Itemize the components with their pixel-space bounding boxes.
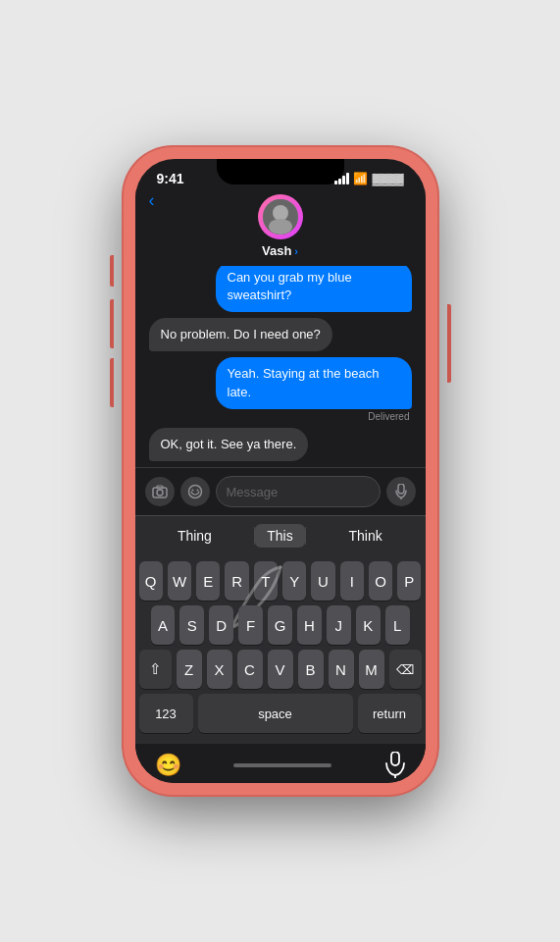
home-indicator — [233, 763, 331, 767]
svg-point-1 — [273, 205, 288, 221]
keyboard-row-3: ⇧ Z X C V B N M ⌫ — [139, 650, 422, 689]
bubble-sent-2[interactable]: Yeah. Staying at the beach late. — [216, 357, 412, 408]
pred-word-3[interactable]: Think — [306, 528, 426, 544]
avatar-svg — [263, 199, 298, 235]
svg-point-2 — [269, 219, 292, 235]
back-button[interactable]: ‹ — [149, 190, 155, 211]
bubble-sent[interactable]: Can you grab my blue sweatshirt? — [216, 266, 412, 312]
key-d[interactable]: D — [209, 605, 233, 645]
battery-icon: ▓▓▓▓ — [372, 173, 403, 184]
volume-down-button — [110, 358, 114, 407]
message-placeholder: Message — [227, 485, 279, 499]
bubble-received[interactable]: No problem. Do I need one? — [149, 318, 332, 351]
pred-word-2[interactable]: This — [255, 524, 304, 548]
avatar — [258, 194, 303, 239]
svg-rect-9 — [398, 484, 404, 494]
key-e[interactable]: E — [196, 561, 220, 601]
phone-frame: 9:41 📶 ▓▓▓▓ ‹ — [124, 147, 437, 795]
key-g[interactable]: G — [268, 605, 292, 645]
camera-button[interactable] — [145, 477, 175, 506]
key-a[interactable]: A — [151, 605, 176, 645]
input-bar: Message — [135, 467, 426, 515]
key-o[interactable]: O — [369, 561, 392, 601]
mic-button[interactable] — [386, 477, 416, 506]
key-q[interactable]: Q — [139, 561, 163, 601]
power-button — [447, 304, 451, 383]
key-b[interactable]: B — [298, 650, 324, 689]
svg-point-4 — [157, 490, 163, 496]
sticker-button[interactable] — [180, 477, 210, 506]
delivered-label: Delivered — [368, 411, 409, 422]
key-j[interactable]: J — [327, 605, 351, 645]
mic-icon — [395, 484, 407, 499]
key-i[interactable]: I — [340, 561, 364, 601]
key-t[interactable]: T — [254, 561, 278, 601]
bottom-bar: 😊 — [135, 744, 426, 783]
messages-header: ‹ Vash › — [135, 190, 426, 266]
key-y[interactable]: Y — [282, 561, 306, 601]
key-k[interactable]: K — [356, 605, 381, 645]
svg-point-8 — [196, 490, 198, 492]
status-time: 9:41 — [157, 171, 184, 186]
status-icons: 📶 ▓▓▓▓ — [334, 172, 403, 185]
received-message-2: OK, got it. See ya there. — [145, 428, 416, 461]
keyboard-row-2: A S D F G H J K L — [139, 605, 422, 645]
key-v[interactable]: V — [268, 650, 293, 689]
shift-key[interactable]: ⇧ — [139, 650, 172, 689]
message-input[interactable]: Message — [216, 476, 381, 507]
space-key[interactable]: space — [198, 694, 353, 733]
wifi-icon: 📶 — [353, 172, 368, 185]
avatar-image — [263, 199, 298, 235]
received-message-1: No problem. Do I need one? — [145, 318, 416, 351]
svg-point-7 — [191, 490, 193, 492]
keyboard: Q W E R T Y U I O P — [135, 555, 426, 744]
chevron-right-icon: › — [294, 245, 298, 257]
key-l[interactable]: L — [385, 605, 410, 645]
delete-key[interactable]: ⌫ — [389, 650, 422, 689]
predictive-bar: Thing This Think — [135, 515, 426, 555]
pred-word-1[interactable]: Thing — [135, 528, 255, 544]
contact-name[interactable]: Vash › — [262, 243, 298, 258]
volume-up-button — [110, 299, 114, 348]
sent-message-1: Can you grab my blue sweatshirt? — [145, 266, 416, 312]
camera-icon — [152, 485, 168, 498]
mute-button — [110, 255, 114, 287]
key-w[interactable]: W — [168, 561, 191, 601]
signal-icon — [334, 173, 349, 184]
keyboard-row-1: Q W E R T Y U I O P — [139, 561, 422, 601]
svg-rect-11 — [391, 752, 399, 765]
key-f[interactable]: F — [238, 605, 263, 645]
key-u[interactable]: U — [311, 561, 334, 601]
notch — [217, 159, 344, 184]
key-z[interactable]: Z — [177, 650, 202, 689]
messages-area: Can you grab my blue sweatshirt? No prob… — [135, 266, 426, 467]
key-s[interactable]: S — [179, 605, 204, 645]
sticker-icon — [187, 484, 203, 499]
keyboard-mic-icon[interactable] — [384, 752, 406, 779]
keyboard-row-4: 123 space return — [139, 694, 422, 733]
numbers-key[interactable]: 123 — [139, 694, 193, 733]
key-x[interactable]: X — [207, 650, 232, 689]
status-bar: 9:41 📶 ▓▓▓▓ — [135, 159, 426, 190]
phone-screen: 9:41 📶 ▓▓▓▓ ‹ — [135, 159, 426, 783]
key-c[interactable]: C — [237, 650, 263, 689]
key-m[interactable]: M — [359, 650, 384, 689]
key-p[interactable]: P — [397, 561, 421, 601]
bubble-received-2[interactable]: OK, got it. See ya there. — [149, 428, 309, 461]
return-key[interactable]: return — [358, 694, 422, 733]
emoji-button[interactable]: 😊 — [155, 753, 181, 778]
key-h[interactable]: H — [297, 605, 322, 645]
key-r[interactable]: R — [225, 561, 248, 601]
key-n[interactable]: N — [329, 650, 354, 689]
sent-message-2: Yeah. Staying at the beach late. — [145, 357, 416, 408]
